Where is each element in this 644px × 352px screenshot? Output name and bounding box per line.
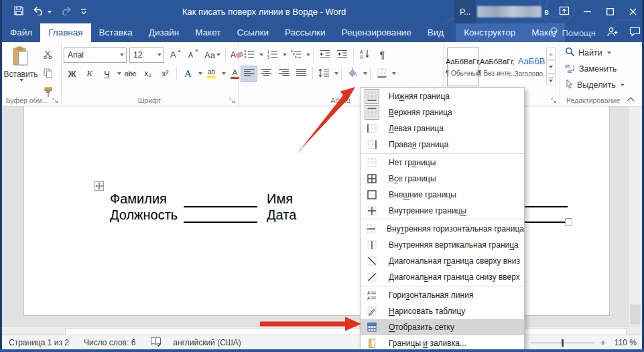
tab-insert[interactable]: Вставка [91, 23, 141, 42]
increase-indent-button[interactable] [334, 47, 350, 63]
line-spacing-caret[interactable] [334, 72, 338, 75]
vertical-scrollbar-thumb[interactable] [630, 304, 641, 325]
customize-qat-button[interactable] [80, 6, 87, 18]
font-name-combo[interactable]: Arial [64, 48, 127, 63]
italic-button[interactable]: К [81, 66, 98, 82]
decrease-indent-button[interactable] [316, 47, 333, 63]
justify-button[interactable] [293, 66, 310, 82]
zoom-level[interactable]: 110 % [611, 338, 637, 347]
gallery-up-button[interactable] [546, 48, 556, 60]
align-left-button[interactable] [241, 66, 257, 82]
numbering-caret[interactable] [283, 54, 287, 56]
multilevel-caret[interactable] [306, 54, 310, 56]
subscript-button[interactable]: x₂ [139, 66, 156, 82]
bullets-caret[interactable] [259, 54, 263, 56]
align-right-button[interactable] [275, 66, 292, 82]
ribbon-display-options-button[interactable] [553, 0, 576, 23]
menu-item-border-inside-h[interactable]: Внутренняя горизонтальная граница [361, 221, 524, 237]
maximize-button[interactable] [598, 0, 621, 23]
menu-item-border-right[interactable]: Правая граница [361, 137, 524, 153]
text-effects-caret[interactable] [198, 72, 202, 75]
language-indicator[interactable]: английский (США) [173, 338, 241, 347]
undo-button[interactable] [33, 6, 52, 18]
menu-item-border-bottom[interactable]: Нижняя граница [361, 88, 524, 104]
menu-item-border-outside[interactable]: Внешние границы [361, 187, 524, 203]
borders-dropdown-caret[interactable] [392, 72, 396, 75]
save-button[interactable] [13, 5, 24, 19]
copy-button[interactable] [40, 66, 56, 82]
tab-design[interactable]: Дизайн [141, 23, 187, 42]
strikethrough-button[interactable]: abc [122, 66, 139, 82]
clipboard-dialog-launcher[interactable] [52, 96, 59, 104]
table-resize-handle[interactable] [565, 218, 572, 226]
font-dialog-launcher[interactable] [229, 96, 236, 104]
align-center-button[interactable] [258, 66, 275, 82]
underline-button[interactable]: Ч [99, 66, 115, 82]
paste-button[interactable]: Вставить [6, 46, 36, 96]
change-case-button[interactable]: Аа [202, 47, 222, 63]
highlight-caret[interactable] [222, 72, 226, 75]
undo-dropdown-caret[interactable] [48, 11, 52, 13]
menu-item-border-none[interactable]: Нет границы [361, 155, 524, 171]
menu-item-border-all[interactable]: Все границы [361, 171, 524, 187]
proofing-button[interactable] [150, 337, 162, 349]
redo-button[interactable] [60, 6, 72, 18]
find-button[interactable]: Найти [565, 45, 611, 61]
collapse-ribbon-button[interactable] [625, 94, 636, 102]
paste-dropdown-caret[interactable] [19, 79, 23, 82]
minimize-button[interactable] [576, 0, 598, 23]
gallery-more-button[interactable] [546, 74, 556, 86]
borders-button[interactable] [373, 66, 390, 82]
zoom-in-button[interactable]: + [600, 337, 606, 348]
cut-button[interactable] [40, 48, 56, 64]
page-indicator[interactable]: Страница 1 из 2 [9, 338, 69, 347]
tab-table-design[interactable]: Конструктор [456, 23, 523, 42]
numbering-button[interactable]: 123 [264, 47, 281, 63]
menu-item-view-gridlines[interactable]: Отобразить сетку [361, 319, 524, 335]
styles-dialog-launcher[interactable] [550, 96, 558, 104]
close-button[interactable] [621, 0, 644, 23]
menu-item-border-inside[interactable]: Внутренние границы [361, 203, 524, 219]
tab-layout[interactable]: Макет [187, 23, 229, 42]
line-spacing-button[interactable] [316, 66, 332, 82]
select-button[interactable]: Выделить [565, 77, 625, 93]
style-card-no-spacing[interactable]: АаБбВвГг, ¶ Без инте... [481, 48, 513, 86]
show-marks-button[interactable]: ¶ [374, 47, 391, 63]
replace-button[interactable]: abac Заменить [565, 61, 617, 77]
bold-button[interactable]: Ж [64, 66, 80, 82]
tab-home[interactable]: Главная [40, 23, 90, 42]
grow-font-button[interactable]: А [168, 47, 184, 63]
multilevel-list-button[interactable] [287, 47, 304, 63]
gallery-down-button[interactable] [546, 60, 556, 73]
menu-item-horizontal-line[interactable]: AAГоризонтальная линия [361, 287, 524, 303]
tab-mailings[interactable]: Рассылки [277, 23, 334, 42]
bullets-button[interactable] [241, 47, 257, 63]
tab-view[interactable]: Вид [420, 23, 452, 42]
underline-dropdown-caret[interactable] [117, 72, 121, 75]
menu-item-border-diag-down[interactable]: Диагональная граница сверху вниз [361, 253, 524, 269]
tell-me-button[interactable]: Помощн [550, 27, 596, 39]
comments-button[interactable] [629, 27, 641, 39]
tab-references[interactable]: Ссылки [229, 23, 277, 42]
menu-item-border-inside-v[interactable]: Внутренняя вертикальная граница [361, 237, 524, 253]
share-button[interactable] [606, 27, 619, 39]
font-size-combo[interactable]: 12 [129, 48, 164, 63]
shrink-font-button[interactable]: А [185, 47, 202, 63]
zoom-slider-handle[interactable] [562, 339, 564, 347]
tab-file[interactable]: Файл [2, 23, 40, 42]
superscript-button[interactable]: x² [157, 66, 174, 82]
style-card-heading[interactable]: АаБбВ Заголово... [515, 48, 548, 86]
word-count[interactable]: Число слов: 6 [84, 338, 135, 347]
menu-item-draw-table[interactable]: Нарисовать таблицу [361, 303, 524, 319]
style-card-normal[interactable]: АаБбВвГг, ¶ Обычный [447, 48, 479, 86]
shading-caret[interactable] [363, 72, 367, 75]
tab-review[interactable]: Рецензирование [334, 23, 420, 42]
shading-button[interactable] [344, 66, 361, 82]
highlight-button[interactable]: ab [203, 66, 220, 82]
zoom-slider[interactable] [531, 343, 595, 343]
sort-button[interactable]: АЯ [357, 47, 373, 63]
vertical-scrollbar[interactable] [628, 106, 642, 327]
text-effects-button[interactable]: А [180, 66, 196, 82]
menu-item-border-diag-up[interactable]: Диагональная граница снизу вверх [361, 269, 524, 285]
table-move-handle[interactable] [94, 181, 104, 193]
